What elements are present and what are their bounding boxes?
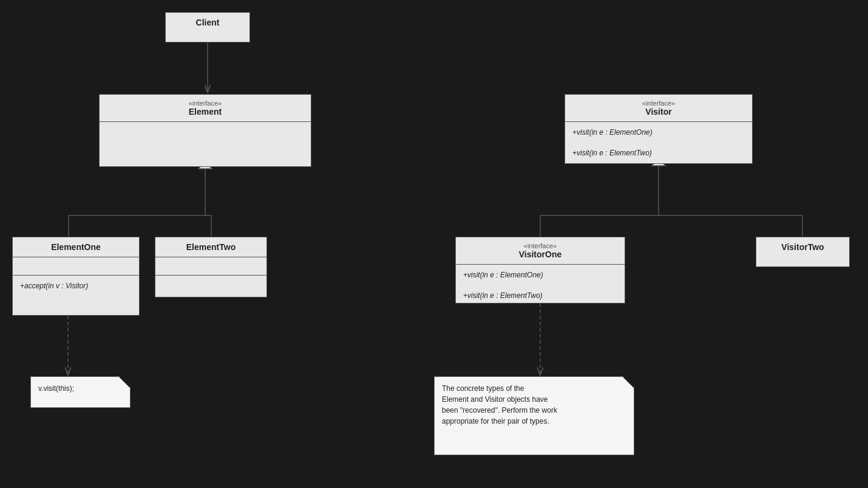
visitorone-stereotype: «interface» xyxy=(463,242,617,249)
elementone-box: ElementOne +accept(in v : Visitor) xyxy=(12,237,140,316)
visitorone-label: VisitorOne xyxy=(519,249,562,259)
element-stereotype: «interface» xyxy=(107,100,303,107)
visitortwo-box: VisitorTwo xyxy=(756,237,850,267)
note-corner-1 xyxy=(119,377,130,388)
visitor-method1: +visit(in e : ElementOne) xyxy=(572,127,745,138)
client-box: Client xyxy=(165,12,250,42)
elementone-label: ElementOne xyxy=(20,242,132,252)
note-vvisit-text: v.visit(this); xyxy=(38,384,74,393)
visitor-stereotype: «interface» xyxy=(572,100,745,107)
elementtwo-box: ElementTwo xyxy=(155,237,267,297)
note-vvisit: v.visit(this); xyxy=(30,376,131,408)
diagram-canvas: Client «interface» Element ElementOne +a… xyxy=(0,0,868,488)
visitortwo-label: VisitorTwo xyxy=(764,242,842,252)
elementone-method: +accept(in v : Visitor) xyxy=(20,280,132,292)
element-box: «interface» Element xyxy=(99,94,311,167)
visitorone-method2: +visit(in e : ElementTwo) xyxy=(463,290,617,302)
elementtwo-label: ElementTwo xyxy=(163,242,259,252)
visitor-box: «interface» Visitor +visit(in e : Elemen… xyxy=(565,94,753,164)
client-label: Client xyxy=(173,18,242,27)
note-corner-2 xyxy=(623,377,634,388)
visitor-method2: +visit(in e : ElementTwo) xyxy=(572,147,745,159)
note-concrete-text: The concrete types of theElement and Vis… xyxy=(442,384,557,425)
visitorone-box: «interface» VisitorOne +visit(in e : Ele… xyxy=(455,237,625,303)
note-concrete: The concrete types of theElement and Vis… xyxy=(434,376,634,455)
visitor-label: Visitor xyxy=(572,107,745,117)
visitorone-method1: +visit(in e : ElementOne) xyxy=(463,269,617,281)
element-label: Element xyxy=(107,107,303,117)
